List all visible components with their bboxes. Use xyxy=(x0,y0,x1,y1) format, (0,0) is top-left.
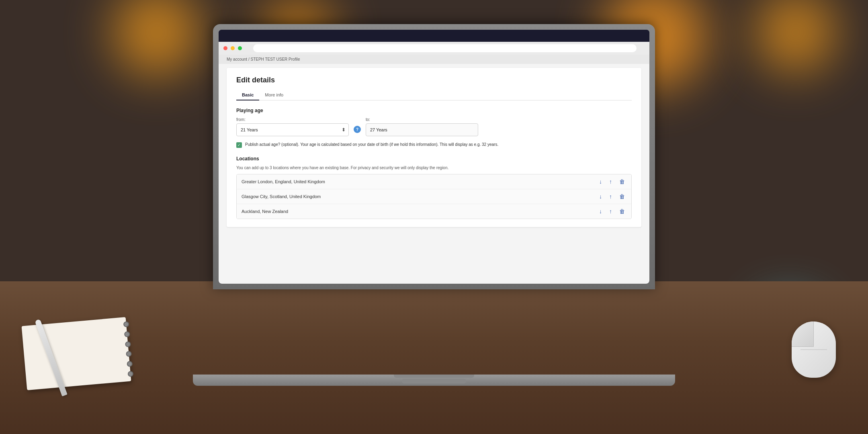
mouse xyxy=(792,321,836,378)
url-bar[interactable] xyxy=(253,44,637,52)
locations-description: You can add up to 3 locations where you … xyxy=(236,166,632,170)
info-icon[interactable]: ? xyxy=(354,126,361,133)
arrow-down-icon: ↓ xyxy=(599,193,602,200)
location-name: Auckland, New Zealand xyxy=(242,209,598,214)
laptop-base xyxy=(193,375,675,386)
delete-button[interactable]: 🗑 xyxy=(618,192,626,201)
move-up-button[interactable]: ↑ xyxy=(608,192,614,201)
playing-age-row: from: 21 Years 18 Years 19 Years 20 Year… xyxy=(236,117,632,136)
page-title: Edit details xyxy=(236,76,632,84)
to-field-group: to: xyxy=(366,117,478,136)
location-row: Greater London, England, United Kingdom … xyxy=(237,174,631,189)
laptop-lid: My account / STEPH TEST USER Profile Edi… xyxy=(213,24,655,289)
to-age-input[interactable] xyxy=(366,123,478,136)
laptop-hinge xyxy=(394,375,474,378)
publish-age-row: ✓ Publish actual age? (optional). Your a… xyxy=(236,142,632,148)
from-field-group: from: 21 Years 18 Years 19 Years 20 Year… xyxy=(236,117,349,136)
main-panel: Edit details Basic More info Playing age xyxy=(227,68,641,227)
tab-more-info[interactable]: More info xyxy=(259,90,289,100)
spiral-dot xyxy=(124,331,130,337)
tabs-container: Basic More info xyxy=(236,90,632,100)
browser-minimize-button[interactable] xyxy=(231,46,235,50)
delete-button[interactable]: 🗑 xyxy=(618,178,626,186)
laptop-touchpad[interactable] xyxy=(402,379,466,383)
browser-chrome xyxy=(219,42,649,55)
locations-title: Locations xyxy=(236,156,632,162)
location-name: Glasgow City, Scotland, United Kingdom xyxy=(242,194,598,199)
location-row: Glasgow City, Scotland, United Kingdom ↓… xyxy=(237,189,631,204)
check-icon: ✓ xyxy=(237,143,241,147)
trash-icon: 🗑 xyxy=(619,193,625,200)
arrow-down-icon: ↓ xyxy=(599,178,602,185)
spiral-dot xyxy=(125,341,131,347)
spiral-dot xyxy=(127,361,133,367)
from-label: from: xyxy=(236,117,349,122)
spiral-dot xyxy=(127,371,133,377)
to-label: to: xyxy=(366,117,478,122)
location-actions: ↓ ↑ 🗑 xyxy=(598,207,626,215)
publish-age-label: Publish actual age? (optional). Your age… xyxy=(245,142,498,147)
laptop: My account / STEPH TEST USER Profile Edi… xyxy=(145,24,723,386)
spiral-dot xyxy=(126,351,132,357)
from-age-select[interactable]: 21 Years 18 Years 19 Years 20 Years 22 Y… xyxy=(236,123,349,136)
arrow-up-icon: ↑ xyxy=(609,178,612,185)
location-actions: ↓ ↑ 🗑 xyxy=(598,192,626,201)
trash-icon: 🗑 xyxy=(619,208,625,215)
location-list: Greater London, England, United Kingdom … xyxy=(236,174,632,219)
publish-age-checkbox[interactable]: ✓ xyxy=(236,142,242,148)
move-down-button[interactable]: ↓ xyxy=(598,178,604,186)
mouse-divider xyxy=(800,350,827,350)
move-down-button[interactable]: ↓ xyxy=(598,207,604,215)
from-select-wrapper: 21 Years 18 Years 19 Years 20 Years 22 Y… xyxy=(236,123,349,136)
breadcrumb-text: My account / STEPH TEST USER Profile xyxy=(227,57,300,61)
screen-topbar xyxy=(219,30,649,42)
location-actions: ↓ ↑ 🗑 xyxy=(598,178,626,186)
laptop-screen: My account / STEPH TEST USER Profile Edi… xyxy=(219,30,649,284)
arrow-up-icon: ↑ xyxy=(609,208,612,215)
arrow-up-icon: ↑ xyxy=(609,193,612,200)
browser-close-button[interactable] xyxy=(223,46,227,50)
arrow-down-icon: ↓ xyxy=(599,208,602,215)
move-up-button[interactable]: ↑ xyxy=(608,178,614,186)
delete-button[interactable]: 🗑 xyxy=(618,207,626,215)
playing-age-title: Playing age xyxy=(236,108,632,113)
move-down-button[interactable]: ↓ xyxy=(598,192,604,201)
move-up-button[interactable]: ↑ xyxy=(608,207,614,215)
location-row: Auckland, New Zealand ↓ ↑ 🗑 xyxy=(237,204,631,219)
app-content: My account / STEPH TEST USER Profile Edi… xyxy=(219,55,649,284)
location-name: Greater London, England, United Kingdom xyxy=(242,179,598,184)
trash-icon: 🗑 xyxy=(619,178,625,185)
spiral-dot xyxy=(123,321,129,327)
tab-basic[interactable]: Basic xyxy=(236,90,259,100)
breadcrumb: My account / STEPH TEST USER Profile xyxy=(219,55,649,64)
browser-maximize-button[interactable] xyxy=(238,46,242,50)
